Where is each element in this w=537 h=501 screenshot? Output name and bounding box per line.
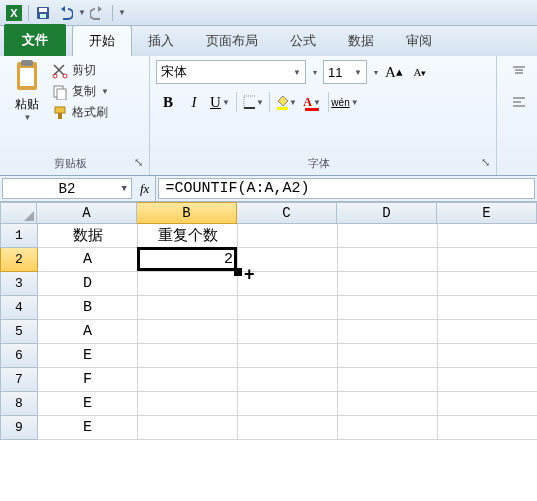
cell[interactable] <box>438 344 537 368</box>
cell[interactable] <box>438 272 537 296</box>
undo-dropdown[interactable]: ▼ <box>78 8 86 17</box>
cell[interactable] <box>338 344 438 368</box>
cell[interactable] <box>138 296 238 320</box>
cell[interactable] <box>438 224 537 248</box>
cell[interactable] <box>438 392 537 416</box>
cell[interactable] <box>138 320 238 344</box>
grow-font-button[interactable]: A▴ <box>384 62 404 82</box>
cell[interactable] <box>338 296 438 320</box>
tab-data[interactable]: 数据 <box>332 26 390 56</box>
column-header[interactable]: A <box>37 202 137 224</box>
tab-review[interactable]: 审阅 <box>390 26 448 56</box>
tab-insert[interactable]: 插入 <box>132 26 190 56</box>
column-header[interactable]: D <box>337 202 437 224</box>
row-header[interactable]: 2 <box>0 248 38 272</box>
copy-button[interactable]: 复制▼ <box>52 83 109 100</box>
name-box-value: B2 <box>59 181 76 197</box>
underline-button[interactable]: U▼ <box>208 90 232 114</box>
cell[interactable] <box>338 272 438 296</box>
align-left-button[interactable] <box>507 90 531 114</box>
row-header[interactable]: 7 <box>0 368 38 392</box>
font-color-button[interactable]: A ▼ <box>300 90 324 114</box>
font-launcher-icon[interactable]: ⤡ <box>481 156 490 169</box>
formula-input[interactable]: =COUNTIF(A:A,A2) <box>158 178 535 199</box>
row-header[interactable]: 8 <box>0 392 38 416</box>
fill-color-button[interactable]: ▼ <box>274 90 298 114</box>
tab-home[interactable]: 开始 <box>72 25 132 56</box>
cell[interactable] <box>138 272 238 296</box>
row-header[interactable]: 6 <box>0 344 38 368</box>
fx-button[interactable]: fx <box>140 181 149 197</box>
cell[interactable]: D <box>38 272 138 296</box>
cell[interactable] <box>238 320 338 344</box>
cell[interactable] <box>238 248 338 272</box>
cell[interactable] <box>138 392 238 416</box>
cell[interactable] <box>238 344 338 368</box>
cell[interactable]: F <box>38 368 138 392</box>
tab-formulas[interactable]: 公式 <box>274 26 332 56</box>
cell[interactable]: A <box>38 320 138 344</box>
tab-page-layout[interactable]: 页面布局 <box>190 26 274 56</box>
cell[interactable] <box>438 320 537 344</box>
cell[interactable] <box>438 296 537 320</box>
row-header[interactable]: 1 <box>0 224 38 248</box>
cell[interactable]: 数据 <box>38 224 138 248</box>
paste-button[interactable]: 粘贴 ▼ <box>6 60 48 122</box>
select-all-corner[interactable] <box>0 202 37 224</box>
cell[interactable] <box>138 416 238 440</box>
cell[interactable] <box>238 224 338 248</box>
cell[interactable] <box>138 344 238 368</box>
cell[interactable] <box>338 368 438 392</box>
clipboard-group-title: 剪贴板 <box>54 157 87 169</box>
ribbon-group-clipboard: 粘贴 ▼ 剪切 复制▼ 格式刷 剪贴板⤡ <box>0 56 150 175</box>
column-header[interactable]: E <box>437 202 537 224</box>
qat-customize-dropdown[interactable]: ▼ <box>118 8 126 17</box>
cell[interactable] <box>338 416 438 440</box>
cell[interactable] <box>438 368 537 392</box>
phonetic-button[interactable]: wén▼ <box>333 90 357 114</box>
name-box-dropdown-icon[interactable]: ▼ <box>122 184 127 194</box>
bold-button[interactable]: B <box>156 90 180 114</box>
cell[interactable]: 2 <box>138 248 238 272</box>
cell[interactable]: 重复个数 <box>138 224 238 248</box>
cell[interactable]: E <box>38 344 138 368</box>
cell[interactable]: A <box>38 248 138 272</box>
undo-icon[interactable] <box>55 3 75 23</box>
cell[interactable]: B <box>38 296 138 320</box>
cell[interactable] <box>238 416 338 440</box>
row-header[interactable]: 9 <box>0 416 38 440</box>
cell[interactable] <box>238 368 338 392</box>
border-button[interactable]: ▼ <box>241 90 265 114</box>
font-name-select[interactable]: 宋体 ▼ <box>156 60 306 84</box>
cell[interactable] <box>438 248 537 272</box>
italic-button[interactable]: I <box>182 90 206 114</box>
cell[interactable] <box>438 416 537 440</box>
row-header[interactable]: 3 <box>0 272 38 296</box>
shrink-font-button[interactable]: A▾ <box>410 62 430 82</box>
cell[interactable]: E <box>38 416 138 440</box>
cell[interactable] <box>138 368 238 392</box>
save-icon[interactable] <box>33 3 53 23</box>
cell[interactable] <box>338 392 438 416</box>
format-painter-button[interactable]: 格式刷 <box>52 104 109 121</box>
cell[interactable]: E <box>38 392 138 416</box>
clipboard-launcher-icon[interactable]: ⤡ <box>134 156 143 169</box>
row-header[interactable]: 5 <box>0 320 38 344</box>
font-size-select[interactable]: 11 ▼ <box>323 60 367 84</box>
column-header[interactable]: C <box>237 202 337 224</box>
cell[interactable] <box>238 296 338 320</box>
font-group-title: 字体 <box>308 157 330 169</box>
tab-file[interactable]: 文件 <box>4 24 66 56</box>
cell[interactable] <box>338 320 438 344</box>
row-header[interactable]: 4 <box>0 296 38 320</box>
column-header[interactable]: B <box>137 202 237 224</box>
name-box[interactable]: B2 ▼ <box>2 178 132 199</box>
cut-button[interactable]: 剪切 <box>52 62 109 79</box>
fill-handle[interactable] <box>234 268 242 276</box>
cell[interactable] <box>238 272 338 296</box>
redo-icon[interactable] <box>88 3 108 23</box>
cell[interactable] <box>238 392 338 416</box>
cell[interactable] <box>338 248 438 272</box>
cell[interactable] <box>338 224 438 248</box>
align-top-button[interactable] <box>507 60 531 84</box>
